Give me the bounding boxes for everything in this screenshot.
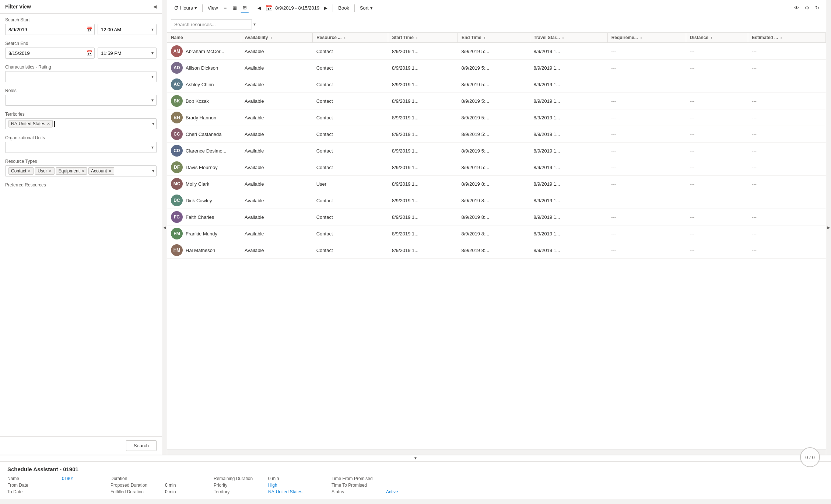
col-distance[interactable]: Distance ↕ bbox=[686, 33, 748, 43]
table-row[interactable]: FM Frankie Mundy Available Contact 8/9/2… bbox=[167, 225, 826, 242]
visibility-button[interactable]: 👁 bbox=[792, 4, 801, 12]
end-time-cell: 8/9/2019 8:... bbox=[458, 209, 530, 225]
resource-type-equipment-remove[interactable]: ✕ bbox=[81, 169, 84, 174]
travelstart-sort-icon: ↕ bbox=[562, 36, 564, 40]
date-prev-button[interactable]: ◀ bbox=[255, 4, 263, 12]
search-end-calendar-icon[interactable]: 📅 bbox=[86, 50, 92, 56]
territories-tags-container[interactable]: NA-United States ✕ bbox=[5, 118, 157, 129]
info-priority-item: Priority High bbox=[214, 483, 332, 488]
left-panel-collapse[interactable]: ◀ bbox=[162, 0, 167, 455]
bottom-hscrollbar[interactable] bbox=[0, 499, 831, 504]
table-row[interactable]: FC Faith Charles Available Contact 8/9/2… bbox=[167, 209, 826, 225]
table-row[interactable]: MC Molly Clark Available User 8/9/2019 1… bbox=[167, 176, 826, 192]
resource-types-tags-container[interactable]: Contact ✕ User ✕ Equipment ✕ Account bbox=[5, 165, 157, 176]
requirement-cell: --- bbox=[607, 60, 686, 76]
distance-cell: --- bbox=[686, 143, 748, 159]
preferred-resources-label: Preferred Resources bbox=[5, 182, 157, 188]
dist-sort-icon: ↕ bbox=[711, 36, 712, 40]
sort-button[interactable]: Sort ▾ bbox=[358, 4, 375, 12]
info-priority-value[interactable]: High bbox=[268, 483, 277, 488]
start-time-cell: 8/9/2019 1... bbox=[388, 43, 458, 60]
search-end-time-select[interactable]: 11:59 PM bbox=[98, 48, 157, 59]
filter-collapse-button[interactable]: ◀ bbox=[153, 4, 157, 9]
col-resource-type[interactable]: Resource ... ↕ bbox=[313, 33, 388, 43]
resource-type-cell: Contact bbox=[313, 93, 388, 109]
resource-search-dropdown-icon[interactable]: ▾ bbox=[253, 22, 256, 27]
settings-button[interactable]: ⚙ bbox=[803, 4, 811, 12]
end-time-cell: 8/9/2019 5:... bbox=[458, 60, 530, 76]
availability-cell: Available bbox=[241, 93, 313, 109]
horizontal-scrollbar[interactable] bbox=[167, 449, 826, 455]
territory-tag-na-us: NA-United States ✕ bbox=[8, 120, 53, 127]
characteristics-section: Characteristics - Rating bbox=[5, 64, 157, 82]
resource-type-cell: Contact bbox=[313, 143, 388, 159]
table-row[interactable]: DC Dick Cowley Available Contact 8/9/201… bbox=[167, 192, 826, 209]
travel-start-cell: 8/9/2019 1... bbox=[530, 242, 608, 259]
search-button[interactable]: Search bbox=[126, 440, 157, 451]
start-time-cell: 8/9/2019 1... bbox=[388, 242, 458, 259]
info-territory-value[interactable]: NA-United States bbox=[268, 489, 302, 494]
resource-type-cell: Contact bbox=[313, 43, 388, 60]
avail-sort-icon: ↕ bbox=[270, 36, 272, 40]
grid-view-button[interactable]: ⊞ bbox=[241, 3, 249, 13]
col-estimated[interactable]: Estimated ... ↕ bbox=[748, 33, 826, 43]
search-start-date-input[interactable] bbox=[5, 24, 95, 35]
resource-type-user-remove[interactable]: ✕ bbox=[49, 169, 52, 174]
info-time-to-item: Time To Promised bbox=[332, 483, 435, 488]
resource-type-contact-remove[interactable]: ✕ bbox=[28, 169, 31, 174]
next-arrow-icon: ▶ bbox=[324, 5, 327, 11]
col-name[interactable]: Name bbox=[167, 33, 241, 43]
table-row[interactable]: HM Hal Matheson Available Contact 8/9/20… bbox=[167, 242, 826, 259]
table-row[interactable]: CD Clarence Desimo... Available Contact … bbox=[167, 143, 826, 159]
territories-section: Territories NA-United States ✕ ▾ bbox=[5, 112, 157, 129]
org-units-select[interactable] bbox=[5, 142, 157, 153]
list-view-button[interactable]: ≡ bbox=[222, 4, 229, 12]
roles-select[interactable] bbox=[5, 95, 157, 106]
avatar-cell: MC Molly Clark bbox=[171, 178, 237, 190]
schedule-assistant-title: Schedule Assistant - 01901 bbox=[7, 466, 824, 472]
view-button[interactable]: View bbox=[206, 4, 220, 12]
requirement-cell: --- bbox=[607, 209, 686, 225]
travel-start-cell: 8/9/2019 1... bbox=[530, 192, 608, 209]
estimated-cell: --- bbox=[748, 225, 826, 242]
right-panel-collapse[interactable]: ▶ bbox=[826, 0, 831, 455]
requirement-cell: --- bbox=[607, 76, 686, 93]
hours-button[interactable]: ⏱ Hours ▾ bbox=[172, 4, 199, 12]
table-row[interactable]: DF Davis Flournoy Available Contact 8/9/… bbox=[167, 159, 826, 176]
bottom-panel-expand[interactable]: ▼ bbox=[0, 455, 831, 461]
end-time-cell: 8/9/2019 8:... bbox=[458, 225, 530, 242]
info-name-value[interactable]: 01901 bbox=[62, 476, 74, 481]
table-row[interactable]: AD Allison Dickson Available Contact 8/9… bbox=[167, 60, 826, 76]
info-col-1: Name 01901 From Date To Date bbox=[7, 476, 111, 494]
info-status-value[interactable]: Active bbox=[386, 489, 398, 494]
characteristics-select[interactable] bbox=[5, 71, 157, 82]
refresh-button[interactable]: ↻ bbox=[813, 4, 821, 12]
start-time-cell: 8/9/2019 1... bbox=[388, 126, 458, 143]
avatar-cell: DF Davis Flournoy bbox=[171, 161, 237, 173]
col-requirement[interactable]: Requireme... ↕ bbox=[607, 33, 686, 43]
table-row[interactable]: CC Cheri Castaneda Available Contact 8/9… bbox=[167, 126, 826, 143]
distance-cell: --- bbox=[686, 176, 748, 192]
availability-cell: Available bbox=[241, 192, 313, 209]
resource-type-account-remove[interactable]: ✕ bbox=[108, 169, 112, 174]
col-end-time[interactable]: End Time ↕ bbox=[458, 33, 530, 43]
resource-search-input[interactable] bbox=[171, 19, 252, 29]
start-time-cell: 8/9/2019 1... bbox=[388, 93, 458, 109]
col-travel-start[interactable]: Travel Star... ↕ bbox=[530, 33, 608, 43]
table-row[interactable]: BH Brady Hannon Available Contact 8/9/20… bbox=[167, 109, 826, 126]
table-row[interactable]: AM Abraham McCor... Available Contact 8/… bbox=[167, 43, 826, 60]
avatar: AM bbox=[171, 45, 183, 57]
table-row[interactable]: BK Bob Kozak Available Contact 8/9/2019 … bbox=[167, 93, 826, 109]
search-end-date-input[interactable] bbox=[5, 48, 95, 59]
start-time-cell: 8/9/2019 1... bbox=[388, 143, 458, 159]
table-row[interactable]: AC Ashley Chinn Available Contact 8/9/20… bbox=[167, 76, 826, 93]
col-start-time[interactable]: Start Time ↕ bbox=[388, 33, 458, 43]
gantt-view-button[interactable]: ▦ bbox=[230, 4, 239, 12]
date-next-button[interactable]: ▶ bbox=[322, 4, 330, 12]
territory-tag-remove[interactable]: ✕ bbox=[47, 122, 50, 126]
book-button[interactable]: Book bbox=[336, 4, 351, 12]
search-start-time-select[interactable]: 12:00 AM bbox=[98, 24, 157, 35]
col-availability[interactable]: Availability ↕ bbox=[241, 33, 313, 43]
search-start-calendar-icon[interactable]: 📅 bbox=[86, 27, 92, 32]
travel-start-cell: 8/9/2019 1... bbox=[530, 43, 608, 60]
